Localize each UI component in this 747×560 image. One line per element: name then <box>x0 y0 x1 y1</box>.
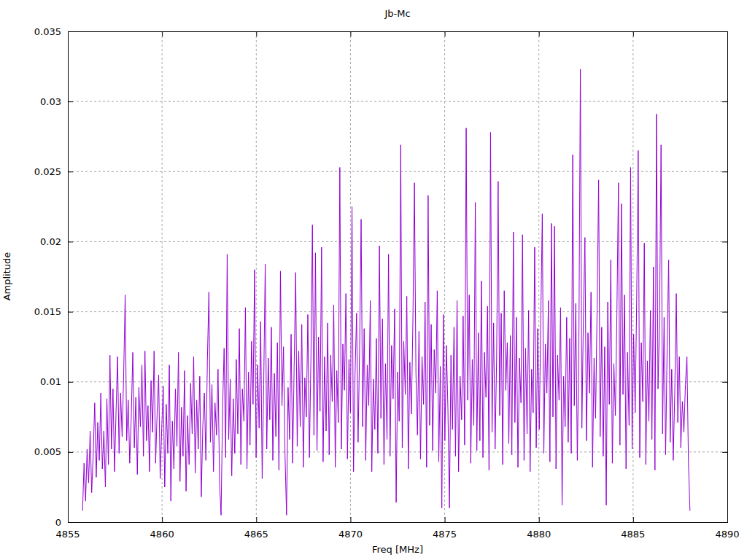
chart-window: 4855486048654870487548804885489000.0050.… <box>0 0 747 560</box>
chart-canvas: 4855486048654870487548804885489000.0050.… <box>0 0 747 560</box>
y-tick-label: 0.02 <box>40 236 61 247</box>
y-axis-label: Amplitude <box>1 252 12 301</box>
x-tick-label: 4860 <box>150 529 174 540</box>
data-series-layer <box>82 69 690 515</box>
plot-border <box>69 32 728 523</box>
y-tick-label: 0.01 <box>40 376 61 387</box>
y-tick-label: 0.03 <box>40 96 61 107</box>
x-tick-label: 4890 <box>715 529 739 540</box>
chart-title: Jb-Mc <box>384 8 410 19</box>
y-tick-label: 0.035 <box>34 26 61 37</box>
x-tick-label: 4885 <box>621 529 645 540</box>
data-series-line <box>82 69 690 515</box>
x-axis-label: Freq [MHz] <box>372 544 423 555</box>
y-tick-label: 0.015 <box>34 306 61 317</box>
y-tick-label: 0 <box>55 517 61 528</box>
x-tick-label: 4880 <box>527 529 551 540</box>
grid-lines <box>68 31 727 522</box>
x-tick-label: 4855 <box>55 529 80 540</box>
tick-labels: 4855486048654870487548804885489000.0050.… <box>34 26 740 540</box>
axes-and-ticks <box>68 31 728 523</box>
x-tick-label: 4875 <box>433 529 457 540</box>
y-tick-label: 0.005 <box>34 446 61 457</box>
y-tick-label: 0.025 <box>34 166 61 177</box>
x-tick-label: 4865 <box>244 529 268 540</box>
x-tick-label: 4870 <box>338 529 363 540</box>
